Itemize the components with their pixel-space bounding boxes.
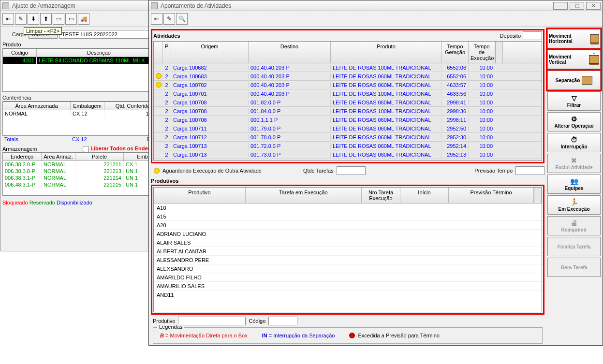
- atividade-row[interactable]: 2 Carga 100712 001.78.0.0 P LEITE DE ROS…: [154, 133, 542, 142]
- col-descricao[interactable]: Descrição: [37, 49, 162, 57]
- gera-tarefa-button[interactable]: Gera Tarefa: [547, 258, 601, 277]
- col-produto[interactable]: Produto: [331, 42, 442, 63]
- produtivo-row[interactable]: A15: [154, 212, 542, 221]
- legend-b-text: = Movimentação Direta para o Box: [165, 333, 248, 338]
- running-icon: 🏃: [570, 198, 578, 206]
- atividade-row[interactable]: 2 Carga 100701 000.40.40.203 P LEITE DE …: [154, 89, 542, 98]
- produtivo-row[interactable]: AMARILDO FILHO: [154, 273, 542, 282]
- col-emb[interactable]: Embalagem: [71, 102, 104, 110]
- pallet-h-icon: [590, 34, 599, 43]
- atividade-row[interactable]: 2 Carga 100702 000.40.40.203 P LEITE DE …: [154, 81, 542, 89]
- legend-disponibilizado: Disponibilizado: [57, 200, 92, 205]
- col-te[interactable]: Tempo de Execução: [469, 42, 495, 63]
- title-fg: Apontamento de Atividades: [161, 2, 231, 9]
- produtivo-row[interactable]: A10: [154, 204, 542, 212]
- atividade-row[interactable]: 2 Carga 100713 001.74.0.0 P LEITE DE ROS…: [154, 159, 542, 161]
- previsao-label: Previsão Tempo: [474, 168, 513, 174]
- atividade-row[interactable]: 2 Carga 100708 001.82.0.0 P LEITE DE ROS…: [154, 98, 542, 107]
- col-tg[interactable]: Tempo Geração: [442, 42, 469, 63]
- scrollbar-prod[interactable]: [534, 188, 542, 203]
- arm-row[interactable]: 006.38.3.0-PNORMAL221213UN 1: [3, 168, 162, 175]
- tool-btn-7[interactable]: 🚚: [78, 13, 89, 25]
- atividade-row[interactable]: 2 Carga 100713 001.73.0.0 P LEITE DE ROS…: [154, 150, 542, 159]
- col-palete[interactable]: Palete: [75, 153, 124, 160]
- clear-button-fg[interactable]: ✎: [163, 13, 175, 25]
- sidebar: Moviment Horizontal Moviment Vertical Se…: [547, 29, 601, 344]
- tool-btn-4[interactable]: ⬆: [40, 13, 52, 25]
- produtivos-label: Produtivos: [151, 178, 544, 184]
- atividade-row[interactable]: 2 Carga 100683 000.40.40.203 P LEITE DE …: [154, 72, 542, 81]
- gear-icon: ⚙: [571, 115, 577, 123]
- pallet-v-icon: [589, 55, 599, 64]
- produtivo-row[interactable]: ADRIANO LUCIANO: [154, 230, 542, 238]
- window-ajuste-armazenagem: Ajuste de Armazenagem ⇤ ✎ ⬇ ⬆ ▭ ▭ 🚚 Limp…: [0, 0, 164, 251]
- separacao-button[interactable]: Separação: [547, 71, 601, 90]
- produtivo-row[interactable]: ALAIR SALES: [154, 238, 542, 247]
- close-button[interactable]: ✕: [586, 2, 601, 10]
- interrupcao-button[interactable]: ⏱ Interrupção: [547, 133, 601, 152]
- minimize-button[interactable]: —: [553, 2, 568, 10]
- produtivo-row[interactable]: ALESSANDRO PERE: [154, 256, 542, 264]
- produtivo-row[interactable]: AND11: [154, 291, 542, 299]
- clear-button[interactable]: ✎: [15, 13, 27, 25]
- col-nrotarefa[interactable]: Nro Tarefa Execução: [362, 188, 400, 203]
- tool-btn-5[interactable]: ▭: [53, 13, 64, 25]
- codigo-filter-label: Código: [249, 318, 265, 324]
- atividade-row[interactable]: 2 Carga 100713 001.72.0.0 P LEITE DE ROS…: [154, 142, 542, 150]
- col-endereco[interactable]: Endereço: [3, 153, 42, 160]
- produtivo-row[interactable]: ALEXSANDRO: [154, 264, 542, 273]
- col-dot[interactable]: [154, 42, 162, 63]
- equipes-button[interactable]: 👥 Equipes: [547, 175, 601, 194]
- col-tarefa[interactable]: Tarefa em Execução: [246, 188, 362, 203]
- alterar-operacao-button[interactable]: ⚙ Alterar Operação: [547, 112, 601, 131]
- produto-row-selected[interactable]: 4001 LEITE SILICONADO CRISMAS 110ML MILK: [3, 57, 162, 64]
- search-button-fg[interactable]: 🔍: [176, 13, 188, 25]
- liberar-checkbox[interactable]: [83, 146, 89, 152]
- arm-row[interactable]: 006.38.3.1-PNORMAL221214UN 1: [3, 175, 162, 181]
- atividade-row[interactable]: 2 Carga 100711 001.79.0.0 P LEITE DE ROS…: [154, 124, 542, 133]
- deposito-field[interactable]: [523, 31, 542, 40]
- arm-row[interactable]: 006.38.2.0-PNORMAL221211CX 1: [3, 161, 162, 168]
- col-previsao[interactable]: Previsão Término: [449, 188, 534, 203]
- atividade-row[interactable]: 2 Carga 100708 000.1.1.1 P LEITE DE ROSA…: [154, 116, 542, 124]
- exit-button-fg[interactable]: ⇤: [151, 13, 162, 25]
- atividades-grid: P Origem Destino Produto Tempo Geração T…: [153, 41, 542, 161]
- col-inicio[interactable]: Início: [400, 188, 449, 203]
- col-area[interactable]: Área Armazenada: [3, 102, 71, 110]
- col-destino[interactable]: Destino: [249, 42, 331, 63]
- col-origem[interactable]: Origem: [171, 42, 249, 63]
- scrollbar-ativ[interactable]: [495, 42, 503, 63]
- moviment-vertical-button[interactable]: Moviment Vertical: [547, 50, 601, 69]
- exclui-atividade-button[interactable]: ✖ Exclui Atividade: [547, 154, 601, 173]
- tool-btn-3[interactable]: ⬇: [28, 13, 39, 25]
- produtivo-row[interactable]: A20: [154, 221, 542, 230]
- tool-btn-6[interactable]: ▭: [65, 13, 77, 25]
- produtivo-row[interactable]: ALBERT ALCANTAR: [154, 247, 542, 256]
- maximize-button[interactable]: ▢: [570, 2, 584, 10]
- print-icon: 🖨: [571, 219, 577, 227]
- moviment-horizontal-button[interactable]: Moviment Horizontal: [547, 29, 601, 48]
- reimprimir-button[interactable]: 🖨 Reimprimir: [547, 216, 601, 235]
- produtivo-filter-field[interactable]: [178, 317, 246, 325]
- col-area-arm[interactable]: Área Armaz.: [42, 153, 75, 160]
- em-execucao-button[interactable]: 🏃 Em Execução: [547, 195, 601, 215]
- col-p[interactable]: P: [162, 42, 171, 63]
- qtde-label: Qtde Tarefas: [303, 168, 334, 174]
- app-icon-fg: [151, 2, 158, 9]
- stopwatch-icon: ⏱: [571, 136, 577, 144]
- atividade-row[interactable]: 2 Carga 100682 000.40.40.203 P LEITE DE …: [154, 63, 542, 72]
- conferencia-label: Conferência: [2, 95, 162, 102]
- arm-row[interactable]: 006.48.3.1-PNORMAL221215UN 1: [3, 181, 162, 188]
- filtrar-button[interactable]: ▽ Filtrar: [547, 91, 601, 111]
- col-codigo[interactable]: Código: [3, 49, 37, 57]
- titlebar-bg: Ajuste de Armazenagem: [0, 0, 164, 11]
- produtivo-row[interactable]: AMAURILIO SALES: [154, 282, 542, 291]
- finaliza-tarefa-button[interactable]: Finaliza Tarefa: [547, 237, 601, 256]
- carga-label: Carga: [2, 31, 27, 37]
- atividade-row[interactable]: 2 Carga 100708 001.84.0.0 P LEITE DE ROS…: [154, 107, 542, 116]
- conf-row[interactable]: NORMAL CX 12 10,00: [3, 110, 162, 117]
- col-produtivo[interactable]: Produtivo: [154, 188, 246, 203]
- exit-button[interactable]: ⇤: [2, 13, 14, 25]
- toolbar-fg: ⇤ ✎ 🔍: [149, 11, 603, 27]
- codigo-filter-field[interactable]: [268, 317, 297, 325]
